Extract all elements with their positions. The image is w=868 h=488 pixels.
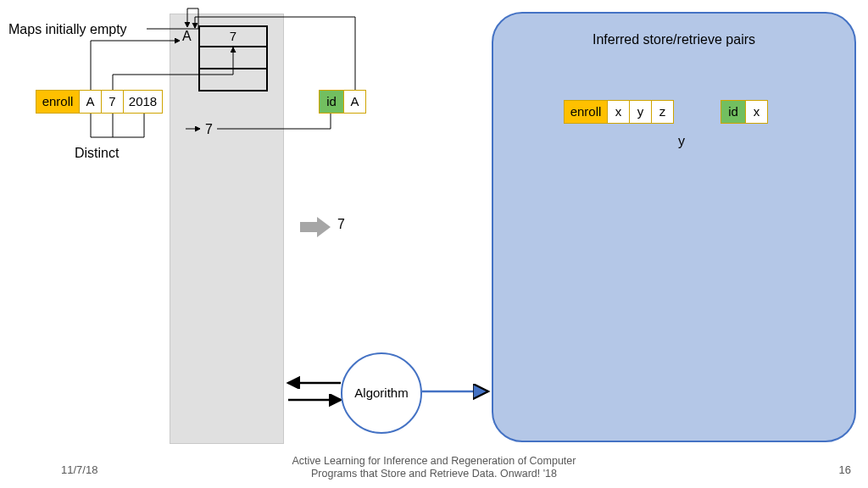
slide: 7 A 7 Maps initially empty enrollA72018 … [0,0,868,488]
panel-enroll-label: enroll [564,100,608,124]
output-value: 7 [337,217,345,232]
footer-page-number: 16 [839,463,851,476]
panel-enroll-x: x [608,100,630,124]
panel-enroll-record: enrollxyz [564,100,674,124]
panel-y-output: y [678,134,685,149]
panel-title: Inferred store/retrieve pairs [493,32,854,47]
footer-title: Active Learning for Inference and Regene… [0,455,868,481]
inferred-panel: Inferred store/retrieve pairs [492,12,856,442]
panel-id-label: id [721,100,746,124]
panel-id-record: idx [721,100,768,124]
panel-enroll-y: y [630,100,652,124]
output-arrow-icon [298,215,332,239]
panel-id-x: x [746,100,768,124]
panel-enroll-z: z [652,100,674,124]
algorithm-node: Algorithm [341,352,422,434]
